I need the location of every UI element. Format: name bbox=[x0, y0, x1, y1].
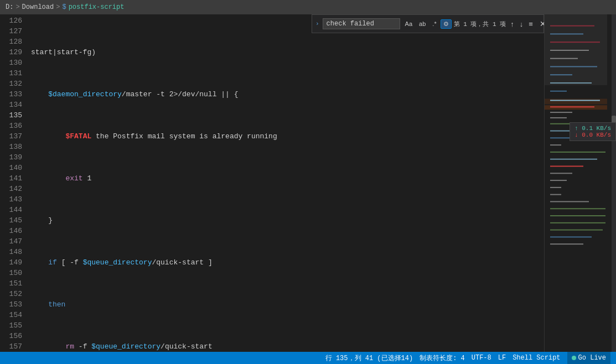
line-numbers: 126 127 128 129 130 131 132 133 134 135 … bbox=[0, 15, 29, 352]
minimap-scrollbar[interactable] bbox=[612, 14, 616, 352]
svg-rect-9 bbox=[545, 99, 607, 105]
search-next-btn[interactable]: ↓ bbox=[517, 19, 526, 29]
script-name: postfix-script bbox=[69, 3, 125, 11]
ln-134: 134 bbox=[0, 100, 22, 110]
code-line-128: $FATAL the Postfix mail system is alread… bbox=[31, 131, 544, 142]
code-line-129: exit 1 bbox=[31, 173, 544, 184]
svg-rect-33 bbox=[545, 14, 607, 85]
ln-144: 144 bbox=[0, 205, 22, 215]
svg-rect-20 bbox=[550, 159, 597, 160]
folder-label: Download bbox=[22, 3, 54, 11]
go-live-button[interactable]: Go Live bbox=[567, 352, 610, 364]
upload-value: 0.1 KB/s bbox=[582, 125, 611, 132]
dollar-sign: $ bbox=[62, 3, 66, 11]
svg-rect-27 bbox=[550, 208, 605, 209]
ln-155: 155 bbox=[0, 320, 22, 331]
ln-130: 130 bbox=[0, 58, 22, 68]
upload-arrow-icon: ↑ bbox=[574, 125, 578, 132]
search-whole-word[interactable]: ab bbox=[416, 19, 428, 28]
svg-rect-28 bbox=[550, 215, 605, 216]
code-line-127: $daemon_directory/master -t 2>/dev/null … bbox=[31, 89, 544, 100]
svg-rect-23 bbox=[550, 180, 567, 181]
svg-rect-30 bbox=[550, 230, 603, 231]
ln-136: 136 bbox=[0, 121, 22, 131]
svg-rect-13 bbox=[550, 112, 572, 113]
ln-151: 151 bbox=[0, 278, 22, 289]
breadcrumb-sep1: > bbox=[15, 3, 19, 11]
svg-rect-11 bbox=[545, 105, 607, 110]
ln-126: 126 bbox=[0, 15, 22, 26]
ln-156: 156 bbox=[0, 331, 22, 341]
ln-152: 152 bbox=[0, 289, 22, 299]
search-result-count: 第 1 项，共 1 项 bbox=[454, 20, 506, 28]
search-input[interactable] bbox=[323, 18, 400, 29]
search-bar: › Aa ab .* ⚙ 第 1 项，共 1 项 ↑ ↓ ≡ ✕ bbox=[312, 14, 544, 33]
main-area: › Aa ab .* ⚙ 第 1 项，共 1 项 ↑ ↓ ≡ ✕ 126 127… bbox=[0, 14, 616, 352]
minimap[interactable]: ↑ 0.1 KB/s ↓ 0.0 KB/s bbox=[544, 14, 616, 352]
tab-size-indicator: 制表符长度: 4 bbox=[420, 353, 465, 363]
ln-142: 142 bbox=[0, 184, 22, 194]
code-line-126: start|start-fg) bbox=[31, 47, 544, 58]
minimap-content bbox=[545, 14, 607, 352]
svg-rect-12 bbox=[550, 106, 594, 107]
go-live-dot-icon bbox=[572, 356, 576, 360]
ln-131: 131 bbox=[0, 68, 22, 79]
language-indicator[interactable]: Shell Script bbox=[513, 354, 560, 362]
search-preserve-case[interactable]: ⚙ bbox=[441, 19, 452, 29]
line-col-indicator: 行 135，列 41 (已选择14) bbox=[325, 353, 413, 363]
go-live-label: Go Live bbox=[578, 354, 606, 362]
download-value: 0.0 KB/s bbox=[582, 132, 611, 138]
ln-139: 139 bbox=[0, 152, 22, 163]
code-container[interactable]: 126 127 128 129 130 131 132 133 134 135 … bbox=[0, 14, 544, 352]
svg-rect-31 bbox=[550, 236, 592, 237]
code-line-132: then bbox=[31, 299, 544, 310]
titlebar: D: > Download > $ postfix-script bbox=[0, 0, 616, 14]
search-menu-btn[interactable]: ≡ bbox=[526, 19, 535, 29]
editor: › Aa ab .* ⚙ 第 1 项，共 1 项 ↑ ↓ ≡ ✕ 126 127… bbox=[0, 14, 544, 352]
statusbar: 行 135，列 41 (已选择14) 制表符长度: 4 UTF-8 LF She… bbox=[0, 352, 616, 364]
svg-rect-8 bbox=[550, 91, 567, 92]
network-stats: ↑ 0.1 KB/s ↓ 0.0 KB/s bbox=[570, 122, 616, 141]
ln-140: 140 bbox=[0, 163, 22, 173]
code-text[interactable]: start|start-fg) $daemon_directory/master… bbox=[29, 15, 544, 352]
ln-143: 143 bbox=[0, 194, 22, 205]
svg-rect-24 bbox=[550, 187, 561, 188]
code-line-131: if [ -f $queue_directory/quick-start ] bbox=[31, 257, 544, 268]
ln-157: 157 bbox=[0, 341, 22, 352]
search-regex[interactable]: .* bbox=[429, 19, 439, 28]
ln-148: 148 bbox=[0, 247, 22, 257]
ln-145: 145 bbox=[0, 215, 22, 226]
search-navigation: ↑ ↓ ≡ bbox=[508, 19, 535, 29]
drive-label: D: bbox=[6, 3, 13, 11]
ln-138: 138 bbox=[0, 142, 22, 152]
network-download: ↓ 0.0 KB/s bbox=[574, 132, 611, 138]
svg-rect-10 bbox=[550, 100, 600, 101]
code-line-133: rm -f $queue_directory/quick-start bbox=[31, 341, 544, 352]
search-close-btn[interactable]: ✕ bbox=[537, 19, 544, 29]
encoding-indicator: UTF-8 bbox=[472, 354, 491, 362]
search-case-sensitive[interactable]: Aa bbox=[402, 19, 415, 28]
svg-rect-22 bbox=[550, 173, 572, 174]
breadcrumb-sep2: > bbox=[56, 3, 60, 11]
svg-rect-18 bbox=[550, 144, 561, 145]
svg-rect-29 bbox=[550, 222, 605, 223]
svg-rect-32 bbox=[550, 243, 583, 245]
ln-133: 133 bbox=[0, 89, 22, 100]
ln-149: 149 bbox=[0, 257, 22, 268]
search-arrow-icon: › bbox=[315, 20, 319, 27]
search-prev-btn[interactable]: ↑ bbox=[508, 19, 516, 29]
ln-146: 146 bbox=[0, 226, 22, 236]
ln-127: 127 bbox=[0, 26, 22, 37]
ln-135: 135 bbox=[0, 110, 22, 121]
ln-132: 132 bbox=[0, 79, 22, 89]
ln-128: 128 bbox=[0, 37, 22, 47]
ln-150: 150 bbox=[0, 268, 22, 278]
svg-rect-25 bbox=[550, 194, 561, 195]
ln-147: 147 bbox=[0, 236, 22, 247]
svg-rect-19 bbox=[550, 152, 605, 153]
ln-141: 141 bbox=[0, 173, 22, 184]
download-arrow-icon: ↓ bbox=[574, 132, 578, 138]
ln-153: 153 bbox=[0, 299, 22, 310]
network-upload: ↑ 0.1 KB/s bbox=[574, 125, 611, 132]
ln-154: 154 bbox=[0, 310, 22, 320]
